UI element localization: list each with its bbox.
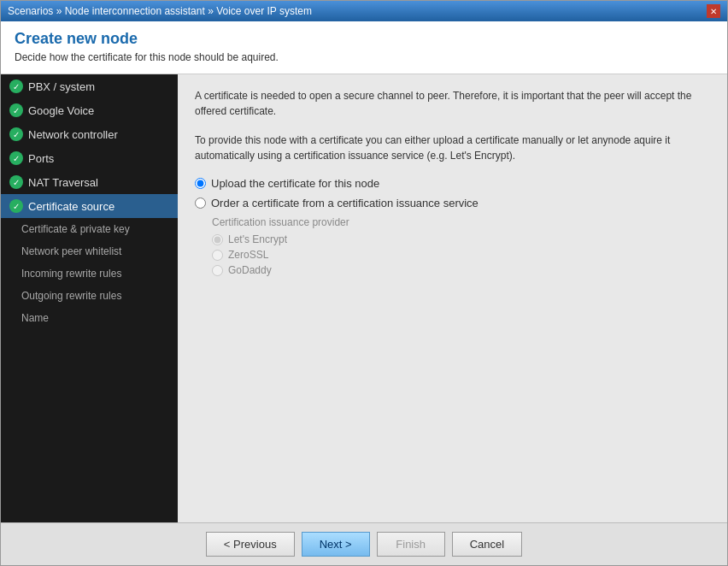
- sidebar-label-network-controller: Network controller: [28, 128, 118, 141]
- sidebar: ✓PBX / system✓Google Voice✓Network contr…: [1, 74, 178, 522]
- sidebar-item-name[interactable]: Name: [1, 307, 178, 329]
- sidebar-item-network-peer-whitelist[interactable]: Network peer whitelist: [1, 240, 178, 262]
- cert-provider-label-godaddy: GoDaddy: [228, 264, 272, 276]
- cert-provider-label: Certification issuance provider: [212, 216, 710, 228]
- sidebar-item-nat-traversal[interactable]: ✓NAT Traversal: [1, 170, 178, 194]
- sidebar-label-certificate-source: Certificate source: [28, 200, 114, 213]
- sidebar-item-google-voice[interactable]: ✓Google Voice: [1, 98, 178, 122]
- radio-option-order[interactable]: Order a certificate from a certification…: [195, 197, 710, 209]
- sidebar-item-certificate-private-key[interactable]: Certificate & private key: [1, 218, 178, 240]
- cert-provider-radio-godaddy[interactable]: [212, 265, 223, 276]
- check-icon-ports: ✓: [9, 151, 23, 165]
- breadcrumb: Scenarios » Node interconnection assista…: [8, 5, 312, 17]
- sidebar-label-name: Name: [21, 312, 49, 324]
- cert-provider-letsencrypt[interactable]: Let's Encrypt: [212, 233, 710, 245]
- radio-label-upload: Upload the certificate for this node: [211, 177, 379, 190]
- sidebar-item-pbx-system[interactable]: ✓PBX / system: [1, 74, 178, 98]
- check-icon-pbx-system: ✓: [9, 80, 23, 93]
- radio-option-upload[interactable]: Upload the certificate for this node: [195, 177, 710, 190]
- sidebar-label-ports: Ports: [28, 152, 54, 165]
- info-text-2: To provide this node with a certificate …: [195, 133, 710, 163]
- page-header: Create new node Decide how the certifica…: [1, 21, 727, 74]
- main-content: ✓PBX / system✓Google Voice✓Network contr…: [1, 74, 727, 522]
- sidebar-label-incoming-rewrite-rules: Incoming rewrite rules: [21, 268, 121, 280]
- sidebar-item-ports[interactable]: ✓Ports: [1, 146, 178, 170]
- window-close-button[interactable]: ✕: [707, 4, 720, 18]
- sidebar-item-network-controller[interactable]: ✓Network controller: [1, 122, 178, 146]
- cert-provider-radio-letsencrypt[interactable]: [212, 234, 223, 245]
- previous-button[interactable]: < Previous: [206, 532, 295, 557]
- page-title: Create new node: [15, 30, 713, 48]
- radio-input-upload[interactable]: [195, 178, 206, 189]
- main-window: Scenarios » Node interconnection assista…: [0, 0, 728, 566]
- certificate-radio-group: Upload the certificate for this nodeOrde…: [195, 177, 710, 209]
- check-icon-certificate-source: ✓: [9, 199, 23, 213]
- sidebar-label-nat-traversal: NAT Traversal: [28, 176, 98, 189]
- check-icon-google-voice: ✓: [9, 103, 23, 117]
- finish-button[interactable]: Finish: [377, 532, 445, 557]
- sidebar-item-incoming-rewrite-rules[interactable]: Incoming rewrite rules: [1, 262, 178, 285]
- content-area: A certificate is needed to open a secure…: [178, 74, 727, 522]
- cert-provider-label-letsencrypt: Let's Encrypt: [228, 233, 287, 245]
- sidebar-item-certificate-source[interactable]: ✓Certificate source: [1, 194, 178, 218]
- info-line-1: A certificate is needed to open a secure…: [195, 90, 691, 117]
- title-bar: Scenarios » Node interconnection assista…: [1, 1, 727, 21]
- certification-section: Certification issuance provider Let's En…: [212, 216, 710, 276]
- sidebar-label-pbx-system: PBX / system: [28, 80, 95, 93]
- sidebar-label-outgoing-rewrite-rules: Outgoing rewrite rules: [21, 290, 121, 302]
- sidebar-item-outgoing-rewrite-rules[interactable]: Outgoing rewrite rules: [1, 285, 178, 307]
- sidebar-label-certificate-private-key: Certificate & private key: [21, 223, 130, 235]
- check-icon-network-controller: ✓: [9, 127, 23, 141]
- radio-input-order[interactable]: [195, 198, 206, 209]
- check-icon-nat-traversal: ✓: [9, 175, 23, 189]
- radio-label-order: Order a certificate from a certification…: [211, 197, 478, 209]
- cert-provider-label-zerossl: ZeroSSL: [228, 249, 268, 261]
- cert-provider-zerossl[interactable]: ZeroSSL: [212, 249, 710, 261]
- page-subtitle: Decide how the certificate for this node…: [15, 51, 713, 63]
- info-line-2: To provide this node with a certificate …: [195, 134, 670, 162]
- cert-provider-radio-zerossl[interactable]: [212, 250, 223, 261]
- footer: < Previous Next > Finish Cancel: [1, 522, 727, 565]
- next-button[interactable]: Next >: [302, 532, 370, 557]
- sidebar-label-network-peer-whitelist: Network peer whitelist: [21, 245, 121, 257]
- cancel-button[interactable]: Cancel: [452, 532, 522, 557]
- info-text-1: A certificate is needed to open a secure…: [195, 88, 710, 119]
- sidebar-label-google-voice: Google Voice: [28, 104, 94, 117]
- cert-provider-godaddy[interactable]: GoDaddy: [212, 264, 710, 276]
